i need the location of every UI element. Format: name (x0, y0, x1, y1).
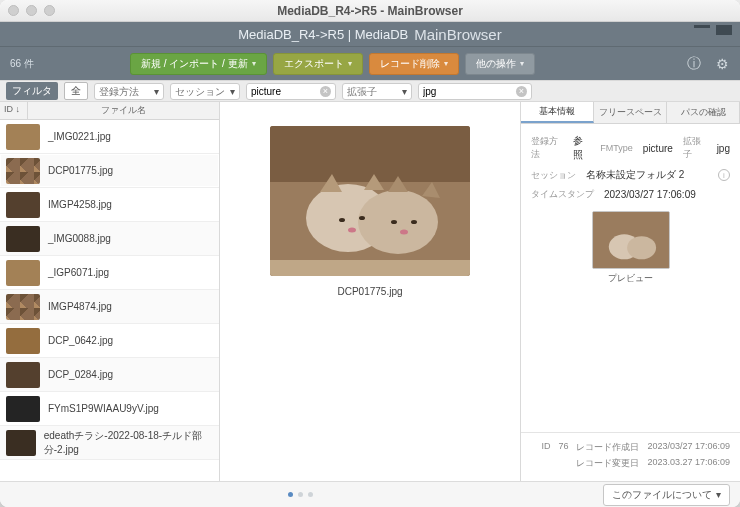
chevron-down-icon: ▾ (520, 59, 524, 68)
thumbnail-icon (6, 328, 40, 354)
table-row[interactable]: edeathチラシ-2022-08-18-チルド部分-2.jpg (0, 426, 219, 460)
sub-header: MediaDB_R4->R5 | MediaDB MainBrowser (0, 22, 740, 46)
thumbnail-icon (6, 124, 40, 150)
thumbnail-icon (6, 430, 36, 456)
chevron-down-icon: ▾ (252, 59, 256, 68)
preview-thumb-label: プレビュー (592, 272, 670, 285)
inspector-panel: 基本情報 フリースペース パスの確認 登録方法 参照 FMType pictur… (520, 102, 740, 481)
label-timestamp: タイムスタンプ (531, 188, 594, 201)
value-id: 76 (558, 441, 568, 454)
info-icon[interactable]: ⓘ (686, 56, 702, 72)
chevron-down-icon: ▾ (348, 59, 352, 68)
value-modified: 2023.03.27 17:06:09 (647, 457, 730, 470)
svg-point-5 (359, 216, 365, 220)
tab-basic-info[interactable]: 基本情報 (521, 102, 594, 123)
filter-ext-value[interactable]: × (418, 83, 532, 100)
new-import-update-button[interactable]: 新規 / インポート / 更新▾ (130, 53, 267, 75)
svg-point-3 (358, 190, 438, 254)
record-meta: ID76 レコード作成日2023/03/27 17:06:09 レコード変更日2… (521, 432, 740, 481)
svg-point-8 (348, 228, 356, 233)
thumbnail-icon (6, 294, 40, 320)
preview-image[interactable] (270, 126, 470, 276)
table-row[interactable]: DCP_0642.jpg (0, 324, 219, 358)
export-button[interactable]: エクスポート▾ (273, 53, 363, 75)
page-dots[interactable] (288, 492, 313, 497)
subheader-appname: MainBrowser (414, 26, 502, 43)
about-file-button[interactable]: このファイルについて▾ (603, 484, 730, 506)
table-row[interactable]: IMGP4258.jpg (0, 188, 219, 222)
value-timestamp: 2023/03/27 17:06:09 (604, 189, 696, 200)
file-list-panel: ID ↓ ファイル名 _IMG0221.jpgDCP01775.jpgIMGP4… (0, 102, 220, 481)
chevron-down-icon: ▾ (154, 86, 159, 97)
gear-icon[interactable]: ⚙ (714, 56, 730, 72)
thumbnail-icon (6, 260, 40, 286)
table-row[interactable]: DCP_0284.jpg (0, 358, 219, 392)
delete-record-button[interactable]: レコード削除▾ (369, 53, 459, 75)
tab-check-path[interactable]: パスの確認 (667, 102, 740, 123)
file-name: _IGP6071.jpg (48, 267, 109, 278)
filter-ext-label[interactable]: ▾ (342, 83, 412, 100)
filter-reg-method[interactable]: ▾ (94, 83, 164, 100)
clear-icon[interactable]: × (320, 86, 331, 97)
cat-image-svg (270, 126, 470, 276)
chevron-down-icon: ▾ (716, 489, 721, 500)
label-ext: 拡張子 (683, 135, 707, 161)
svg-point-4 (339, 218, 345, 222)
chevron-down-icon: ▾ (402, 86, 407, 97)
label-modified: レコード変更日 (576, 457, 639, 470)
file-name: edeathチラシ-2022-08-18-チルド部分-2.jpg (44, 429, 213, 457)
cat-thumb-svg (593, 212, 669, 268)
other-actions-button[interactable]: 他の操作▾ (465, 53, 535, 75)
value-created: 2023/03/27 17:06:09 (647, 441, 730, 454)
value-session: 名称未設定フォルダ 2 (586, 168, 684, 182)
filter-row: フィルタ 全 ▾ ▾ × ▾ × (0, 80, 740, 102)
thumbnail-icon (6, 362, 40, 388)
table-row[interactable]: _IMG0088.jpg (0, 222, 219, 256)
table-row[interactable]: IMGP4874.jpg (0, 290, 219, 324)
svg-point-6 (391, 220, 397, 224)
main-area: ID ↓ ファイル名 _IMG0221.jpgDCP01775.jpgIMGP4… (0, 102, 740, 481)
table-row[interactable]: DCP01775.jpg (0, 154, 219, 188)
label-fmtype: FMType (600, 143, 633, 153)
preview-panel: DCP01775.jpg (220, 102, 520, 481)
filter-all-chip[interactable]: 全 (64, 82, 88, 100)
file-name: IMGP4258.jpg (48, 199, 112, 210)
value-ref: 参照 (573, 134, 591, 162)
file-list[interactable]: _IMG0221.jpgDCP01775.jpgIMGP4258.jpg_IMG… (0, 120, 219, 481)
file-name: DCP_0642.jpg (48, 335, 113, 346)
inner-min-icon[interactable] (694, 25, 710, 28)
toolbar: 66 件 新規 / インポート / 更新▾ エクスポート▾ レコード削除▾ 他の… (0, 46, 740, 80)
file-name: _IMG0221.jpg (48, 131, 111, 142)
svg-rect-1 (270, 126, 470, 182)
preview-thumb[interactable]: プレビュー (592, 211, 670, 285)
clear-icon[interactable]: × (516, 86, 527, 97)
svg-point-9 (400, 230, 408, 235)
col-filename[interactable]: ファイル名 (28, 102, 219, 119)
label-id: ID (541, 441, 550, 454)
file-name: _IMG0088.jpg (48, 233, 111, 244)
thumbnail-icon (6, 226, 40, 252)
title-bar: MediaDB_R4->R5 - MainBrowser (0, 0, 740, 22)
label-reg-method: 登録方法 (531, 135, 563, 161)
svg-rect-10 (270, 260, 470, 276)
info-icon[interactable]: i (718, 169, 730, 181)
table-row[interactable]: FYmS1P9WIAAU9yV.jpg (0, 392, 219, 426)
svg-point-7 (411, 220, 417, 224)
chevron-down-icon: ▾ (444, 59, 448, 68)
footer: このファイルについて▾ (0, 481, 740, 507)
inspector-tabs: 基本情報 フリースペース パスの確認 (521, 102, 740, 124)
record-count: 66 件 (10, 57, 100, 71)
svg-point-13 (627, 236, 656, 259)
file-name: DCP01775.jpg (48, 165, 113, 176)
table-row[interactable]: _IMG0221.jpg (0, 120, 219, 154)
tab-free-space[interactable]: フリースペース (594, 102, 667, 123)
col-id[interactable]: ID ↓ (0, 102, 28, 119)
window-title: MediaDB_R4->R5 - MainBrowser (0, 4, 740, 18)
filter-session[interactable]: ▾ (170, 83, 240, 100)
filter-type[interactable]: × (246, 83, 336, 100)
file-name: FYmS1P9WIAAU9yV.jpg (48, 403, 159, 414)
inner-max-icon[interactable] (716, 25, 732, 35)
table-row[interactable]: _IGP6071.jpg (0, 256, 219, 290)
value-ext: jpg (717, 143, 730, 154)
thumbnail-icon (6, 158, 40, 184)
